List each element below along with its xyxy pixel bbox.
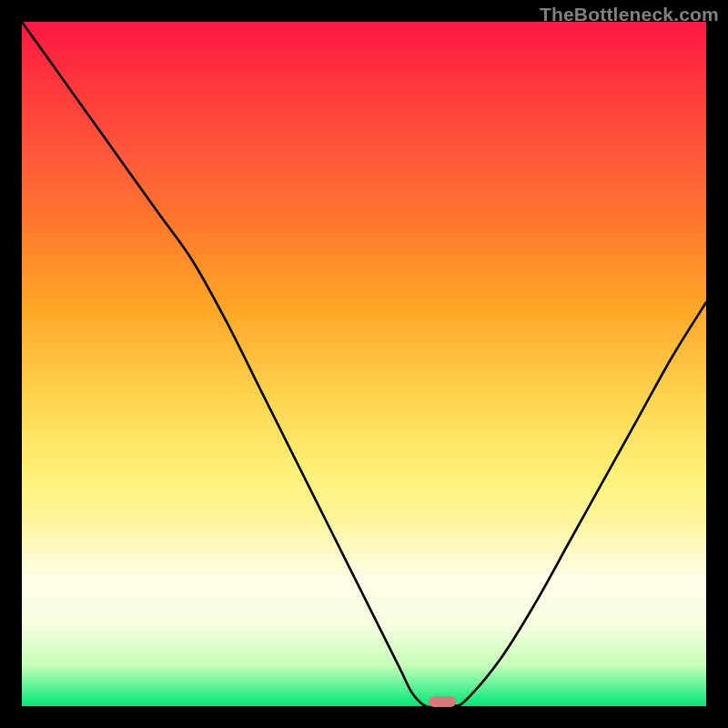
curve-path [22,22,706,706]
chart-frame: TheBottleneck.com [0,0,728,728]
chart-plot-area [22,22,706,706]
bottleneck-curve [22,22,706,706]
optimum-marker [429,696,456,707]
watermark-text: TheBottleneck.com [540,4,719,25]
